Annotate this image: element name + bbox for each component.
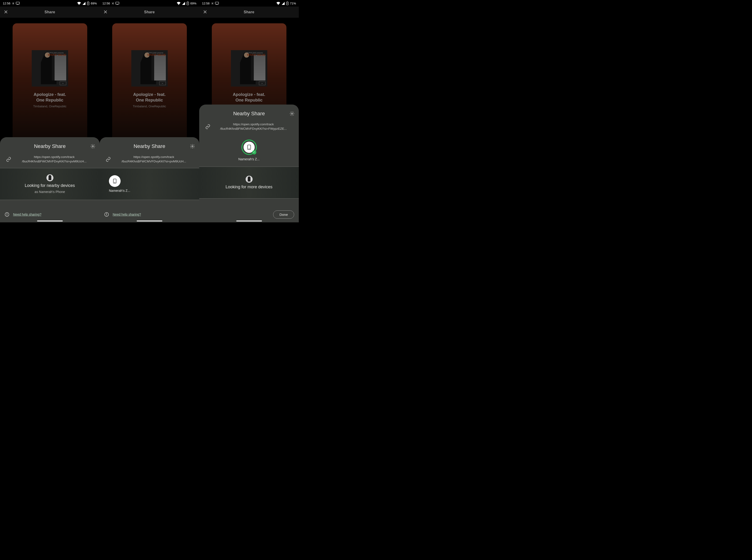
chosen-device[interactable]: ✓ Namerah's Z...	[199, 135, 299, 162]
clock: 12:56	[102, 2, 110, 5]
svg-rect-10	[117, 4, 118, 5]
avatar	[246, 176, 252, 183]
share-header: ✕ Share	[0, 6, 100, 18]
album-main-title: SHOCK VALUE	[47, 54, 66, 56]
device-discovery-area: Looking for more devices	[199, 167, 299, 198]
sheet-bottom-bar: Need help sharing?	[100, 206, 199, 222]
shared-url-line1: https://open.spotify.com/track	[233, 122, 274, 126]
signal-icon	[282, 2, 285, 5]
battery-icon	[87, 2, 89, 5]
shared-url-line1: https://open.spotify.com/track	[34, 155, 75, 159]
cast-icon	[16, 2, 20, 5]
album-art: TIMBALAND presents SHOCK VALUE PA	[231, 50, 267, 86]
svg-rect-9	[116, 2, 119, 4]
album-main-title: SHOCK VALUE	[247, 54, 265, 56]
svg-rect-12	[187, 2, 188, 2]
clock: 12:58	[202, 2, 210, 5]
wifi-icon	[177, 2, 181, 5]
svg-point-13	[192, 146, 193, 147]
shared-link-row: https://open.spotify.com/track /6ucR4Kfv…	[100, 153, 199, 168]
found-device-button[interactable]	[109, 175, 121, 187]
device-discovery-area: Namerah's Z...	[100, 168, 199, 200]
cast-icon	[215, 2, 219, 5]
shared-link-row: https://open.spotify.com/track /6ucR4Kfv…	[199, 120, 299, 135]
looking-text: Looking for nearby devices	[25, 183, 75, 188]
clock: 12:56	[3, 2, 11, 5]
album-art: TIMBALAND presents SHOCK VALUE PA	[32, 50, 68, 86]
divider	[0, 200, 100, 200]
battery-icon	[286, 2, 288, 5]
nearby-share-title: Nearby Share	[104, 143, 195, 149]
svg-rect-19	[215, 2, 219, 4]
gear-icon[interactable]	[289, 111, 294, 116]
gear-icon[interactable]	[90, 144, 96, 149]
share-title: Share	[0, 10, 100, 14]
svg-rect-1	[17, 4, 18, 5]
share-preview-card: TIMBALAND presents SHOCK VALUE PA Apolog…	[13, 23, 87, 145]
sheet-bottom-bar: Done	[199, 206, 299, 222]
song-title: Apologize - feat. One Republic	[133, 92, 166, 103]
chosen-device-label: Namerah's Z...	[238, 157, 260, 161]
check-icon: ✓	[252, 150, 256, 155]
svg-point-23	[291, 113, 293, 114]
help-sharing-link[interactable]: Need help sharing?	[113, 213, 141, 216]
battery-icon	[187, 2, 189, 5]
share-title: Share	[199, 10, 299, 14]
song-artist: Timbaland, OneRepublic	[33, 104, 66, 108]
close-icon[interactable]: ✕	[4, 9, 8, 15]
info-icon[interactable]	[104, 212, 109, 217]
link-icon	[205, 124, 210, 129]
song-artist: Timbaland, OneRepublic	[133, 104, 166, 108]
wifi-icon	[77, 2, 81, 5]
device-ring-icon: ✓	[241, 140, 257, 155]
album-art: TIMBALAND presents SHOCK VALUE PA	[131, 50, 168, 86]
signal-icon	[182, 2, 185, 5]
link-icon	[106, 157, 111, 162]
nav-handle[interactable]	[137, 220, 162, 221]
share-title: Share	[100, 10, 199, 14]
gear-icon[interactable]	[190, 144, 195, 149]
as-device-text: as Namerah's Phone	[35, 190, 65, 194]
svg-point-8	[7, 213, 7, 214]
status-bar: 12:56 ⤮ 69%	[100, 0, 199, 6]
status-bar: 12:56 ⤮ ! 69%	[0, 0, 100, 6]
shuffle-icon: ⤮	[111, 2, 114, 5]
nav-handle[interactable]	[236, 220, 262, 221]
nearby-share-title: Nearby Share	[4, 143, 96, 149]
shuffle-icon: ⤮	[211, 2, 214, 5]
nearby-share-title: Nearby Share	[203, 111, 294, 117]
shuffle-icon: ⤮	[12, 2, 15, 5]
shared-url-line1: https://open.spotify.com/track	[134, 155, 174, 159]
nav-handle[interactable]	[37, 220, 63, 221]
cast-icon	[116, 2, 119, 5]
nearby-share-sheet: Nearby Share https://open.spotify.com/tr…	[199, 104, 299, 222]
song-title: Apologize - feat. One Republic	[233, 92, 265, 103]
svg-rect-22	[287, 2, 288, 2]
battery-percent: 69%	[91, 2, 97, 5]
shared-link-row: https://open.spotify.com/track /6ucR4Kfv…	[0, 153, 100, 168]
help-sharing-link[interactable]: Need help sharing?	[13, 213, 41, 216]
svg-rect-0	[16, 2, 19, 4]
close-icon[interactable]: ✕	[103, 9, 107, 15]
link-icon	[6, 157, 11, 162]
info-icon[interactable]	[5, 212, 9, 217]
done-button[interactable]: Done	[273, 211, 294, 219]
svg-rect-20	[217, 4, 217, 5]
song-title: Apologize - feat. One Republic	[34, 92, 66, 103]
svg-point-5	[92, 146, 94, 147]
signal-icon: !	[82, 2, 86, 5]
phone-screen-2: 12:56 ⤮ 69% ✕ Share TIMBALAND presents S…	[100, 0, 199, 222]
share-header: ✕ Share	[199, 6, 299, 18]
divider	[100, 200, 199, 200]
parental-advisory-icon: PA	[159, 81, 166, 85]
shared-url-line2: /6ucR4KfvsBFWCMVFDvyKKl?si=pvM9UcH...	[22, 160, 86, 163]
close-icon[interactable]: ✕	[203, 9, 207, 15]
sheet-bottom-bar: Need help sharing?	[0, 206, 100, 222]
wifi-icon	[277, 2, 280, 5]
nearby-share-sheet: Nearby Share https://open.spotify.com/tr…	[0, 137, 100, 222]
phone-screen-1: 12:56 ⤮ ! 69% ✕ Share	[0, 0, 100, 222]
share-preview-card: TIMBALAND presents SHOCK VALUE PA Apolog…	[112, 23, 187, 145]
divider	[199, 198, 299, 199]
found-device-label: Namerah's Z...	[109, 189, 130, 193]
battery-percent: 71%	[290, 2, 296, 5]
